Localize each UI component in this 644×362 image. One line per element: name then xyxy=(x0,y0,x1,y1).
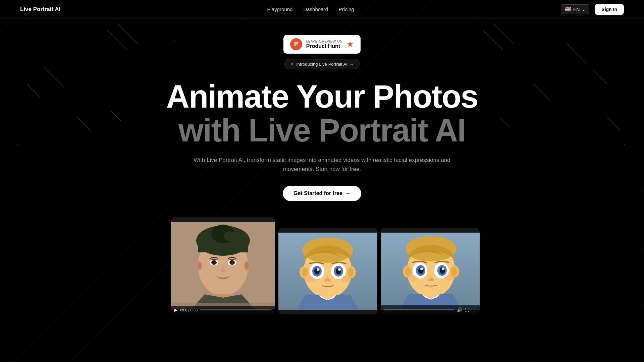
svg-point-66 xyxy=(431,279,434,281)
product-hunt-text: LEAVE A REVIEW ON Product Hunt xyxy=(306,40,342,49)
progress-bar[interactable] xyxy=(200,309,272,310)
language-selector[interactable]: 🇺🇸 EN ⌄ xyxy=(561,4,589,14)
navbar: Live Portrait AI Playground Dashboard Pr… xyxy=(0,0,644,19)
side-video-right-card: 🔊 ⛶ ⋮ xyxy=(381,228,480,314)
side-video-left-placeholder xyxy=(278,228,377,314)
main-content: P LEAVE A REVIEW ON Product Hunt ★ ✦ Int… xyxy=(0,19,644,314)
svg-point-64 xyxy=(442,267,444,270)
chevron-down-icon: ⌄ xyxy=(582,7,586,12)
svg-point-52 xyxy=(340,276,350,282)
cartoon-boy-svg-right xyxy=(381,233,480,310)
svg-point-71 xyxy=(409,275,418,281)
woman-face-svg xyxy=(171,222,275,309)
hero-line1: Animate Your Photos xyxy=(166,80,478,114)
play-icon[interactable]: ▶ xyxy=(174,308,177,312)
sign-in-button[interactable]: Sign In xyxy=(595,4,624,15)
nav-right: 🇺🇸 EN ⌄ Sign In xyxy=(561,4,624,15)
svg-point-30 xyxy=(246,269,249,272)
svg-point-65 xyxy=(428,279,431,281)
fullscreen-icon[interactable]: ⛶ xyxy=(465,307,469,312)
video-section: ▶ 0:00 / 0:33 xyxy=(171,217,473,314)
intro-pill[interactable]: ✦ Introducing Live Portrait AI → xyxy=(284,59,359,69)
video-time: 0:00 / 0:33 xyxy=(180,308,198,312)
product-hunt-badge[interactable]: P LEAVE A REVIEW ON Product Hunt ★ xyxy=(283,35,361,54)
svg-point-46 xyxy=(328,279,331,282)
svg-point-72 xyxy=(444,275,453,281)
ph-leave-review: LEAVE A REVIEW ON xyxy=(306,40,342,43)
more-options-icon[interactable]: ⋮ xyxy=(472,307,476,312)
nav-link-pricing[interactable]: Pricing xyxy=(339,6,354,12)
svg-point-50 xyxy=(347,268,354,277)
svg-point-48 xyxy=(302,268,308,277)
intro-pill-text: Introducing Live Portrait AI xyxy=(296,62,347,67)
nav-link-playground[interactable]: Playground xyxy=(267,6,293,12)
ph-star-icon: ★ xyxy=(346,40,354,49)
svg-point-51 xyxy=(306,276,315,282)
svg-point-24 xyxy=(212,261,214,263)
flag-icon: 🇺🇸 xyxy=(565,6,571,12)
svg-point-70 xyxy=(451,267,457,276)
svg-point-29 xyxy=(245,262,249,269)
svg-point-44 xyxy=(338,268,341,271)
cta-label: Get Started for free xyxy=(293,190,342,196)
svg-point-45 xyxy=(324,279,328,282)
volume-icon[interactable]: 🔊 xyxy=(457,307,462,312)
arrow-icon: → xyxy=(350,62,354,67)
hero-line2: with Live Portrait AI xyxy=(166,114,478,147)
svg-point-63 xyxy=(420,267,423,270)
svg-point-68 xyxy=(405,267,411,276)
cartoon-boy-svg-left xyxy=(278,233,377,310)
side-video-controls-right: 🔊 ⛶ ⋮ xyxy=(457,307,476,312)
side-video-right-placeholder xyxy=(381,228,480,314)
svg-point-27 xyxy=(197,262,201,269)
hero-subtitle: With Live Portrait AI, transform static … xyxy=(191,156,453,174)
main-video-placeholder xyxy=(171,217,275,314)
ph-product-name: Product Hunt xyxy=(306,43,342,49)
nav-links: Playground Dashboard Pricing xyxy=(267,6,354,12)
cta-button[interactable]: Get Started for free → xyxy=(283,186,361,201)
main-video-card: ▶ 0:00 / 0:33 xyxy=(171,217,275,314)
svg-point-43 xyxy=(317,268,319,271)
svg-point-19 xyxy=(224,231,236,241)
svg-point-25 xyxy=(230,261,232,263)
side-video-controls: 🔊 ⛶ ⋮ xyxy=(381,305,480,314)
sparkle-icon: ✦ xyxy=(290,61,294,67)
product-hunt-logo: P xyxy=(290,38,302,50)
nav-logo[interactable]: Live Portrait AI xyxy=(20,6,60,13)
nav-link-dashboard[interactable]: Dashboard xyxy=(303,6,328,12)
lang-code: EN xyxy=(573,7,580,12)
side-video-left-card xyxy=(278,228,377,314)
hero-heading: Animate Your Photos with Live Portrait A… xyxy=(166,80,478,147)
video-controls: ▶ 0:00 / 0:33 xyxy=(171,306,275,314)
side-progress-bar[interactable] xyxy=(384,309,454,310)
cta-arrow-icon: → xyxy=(345,190,351,196)
